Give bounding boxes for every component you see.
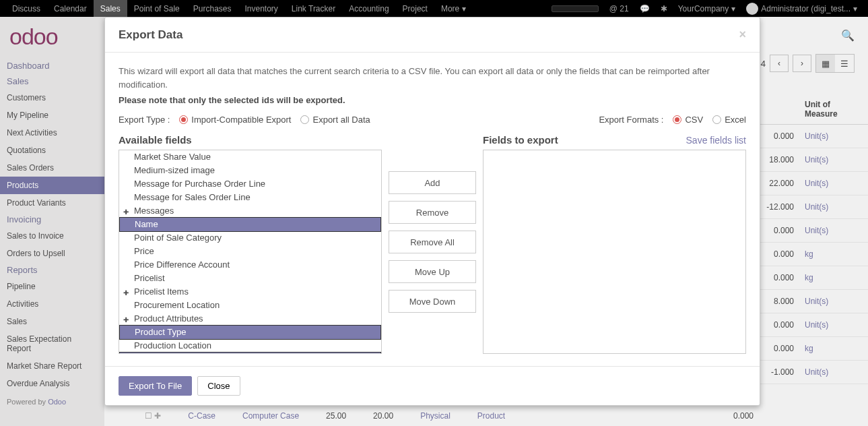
field-price[interactable]: Price <box>119 245 381 258</box>
radio-csv[interactable]: CSV <box>673 115 703 125</box>
field-pricelist-items[interactable]: Pricelist Items <box>119 285 381 299</box>
add-button[interactable]: Add <box>389 171 476 194</box>
close-button[interactable]: Close <box>197 376 240 396</box>
fields-to-export-title: Fields to export <box>483 134 558 146</box>
field-pricelist[interactable]: Pricelist <box>119 272 381 285</box>
remove-button[interactable]: Remove <box>389 201 476 224</box>
export-format-label: Export Formats : <box>599 115 663 125</box>
field-product-attributes[interactable]: Product Attributes <box>119 312 381 326</box>
field-price-difference-account[interactable]: Price Difference Account <box>119 258 381 272</box>
export-to-file-button[interactable]: Export To File <box>119 376 192 396</box>
field-messages[interactable]: Messages <box>119 204 381 218</box>
field-name[interactable]: Name <box>119 217 381 232</box>
field-production-location[interactable]: Production Location <box>119 339 381 353</box>
field-point-of-sale-category[interactable]: Point of Sale Category <box>119 231 381 245</box>
move-down-button[interactable]: Move Down <box>389 290 476 313</box>
available-fields-title: Available fields <box>119 134 382 146</box>
remove-all-button[interactable]: Remove All <box>389 231 476 253</box>
export-type-label: Export Type : <box>119 115 170 125</box>
fields-to-export-list[interactable] <box>483 150 746 354</box>
radio-excel[interactable]: Excel <box>712 115 746 125</box>
field-message-for-sales-order-line[interactable]: Message for Sales Order Line <box>119 191 381 204</box>
export-modal: Export Data × This wizard will export al… <box>104 17 760 406</box>
field-products[interactable]: Products <box>119 352 381 354</box>
modal-title: Export Data <box>119 28 739 42</box>
move-up-button[interactable]: Move Up <box>389 260 476 283</box>
field-procurement-location[interactable]: Procurement Location <box>119 299 381 312</box>
field-market-share-value[interactable]: Market Share Value <box>119 150 381 164</box>
available-fields-list[interactable]: Market Share ValueMedium-sized imageMess… <box>119 150 382 354</box>
radio-export-all[interactable]: Export all Data <box>300 115 370 125</box>
field-message-for-purchase-order-line[interactable]: Message for Purchase Order Line <box>119 177 381 191</box>
close-icon[interactable]: × <box>739 28 746 42</box>
modal-description: This wizard will export all data that ma… <box>119 65 746 91</box>
modal-note: Please note that only the selected ids w… <box>119 95 746 105</box>
radio-import-compatible[interactable]: Import-Compatible Export <box>179 115 291 125</box>
save-fields-link[interactable]: Save fields list <box>686 135 746 146</box>
field-medium-sized-image[interactable]: Medium-sized image <box>119 164 381 177</box>
field-product-type[interactable]: Product Type <box>119 325 381 340</box>
